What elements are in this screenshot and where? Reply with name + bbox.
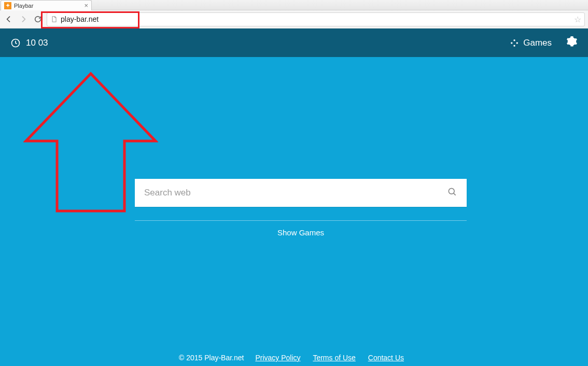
tab-strip: ✦ Playbar × <box>0 0 588 10</box>
gear-icon <box>566 36 578 47</box>
tab-title: Playbar <box>14 3 81 9</box>
search-button[interactable] <box>447 187 457 199</box>
svg-rect-4 <box>516 42 518 44</box>
footer-link-terms[interactable]: Terms of Use <box>313 354 355 362</box>
footer-link-privacy[interactable]: Privacy Policy <box>255 354 300 362</box>
copyright-text: © 2015 Play-Bar.net <box>179 354 244 362</box>
clock-icon <box>10 38 21 48</box>
footer: © 2015 Play-Bar.net Privacy Policy Terms… <box>0 354 588 362</box>
forward-button[interactable] <box>18 13 29 25</box>
gamepad-icon <box>510 38 519 48</box>
search-input[interactable] <box>144 188 447 198</box>
page-body: 10 03 Games Show Games © 2015 Play-Bar.n… <box>0 29 588 366</box>
tab-close-button[interactable]: × <box>84 2 88 9</box>
games-link[interactable]: Games <box>510 38 552 48</box>
back-button[interactable] <box>3 13 15 25</box>
browser-toolbar: ☆ <box>0 10 588 29</box>
page-icon <box>50 16 58 23</box>
bookmark-star-icon[interactable]: ☆ <box>574 15 581 24</box>
settings-button[interactable] <box>566 36 578 50</box>
search-box[interactable] <box>135 179 467 207</box>
svg-point-5 <box>449 188 454 194</box>
search-area: Show Games <box>135 179 467 237</box>
url-input[interactable] <box>61 15 571 23</box>
divider <box>135 220 467 221</box>
footer-link-contact[interactable]: Contact Us <box>368 354 404 362</box>
browser-tab[interactable]: ✦ Playbar × <box>1 0 92 10</box>
favicon-icon: ✦ <box>4 2 11 9</box>
clock-time: 10 03 <box>26 38 48 48</box>
svg-rect-1 <box>514 39 515 41</box>
svg-rect-3 <box>511 42 512 44</box>
show-games-link[interactable]: Show Games <box>135 228 467 237</box>
games-label: Games <box>523 38 552 48</box>
svg-rect-2 <box>514 45 515 46</box>
reload-button[interactable] <box>32 13 44 25</box>
site-topbar: 10 03 Games <box>0 29 588 57</box>
search-icon <box>447 187 457 197</box>
address-bar[interactable]: ☆ <box>47 12 585 26</box>
